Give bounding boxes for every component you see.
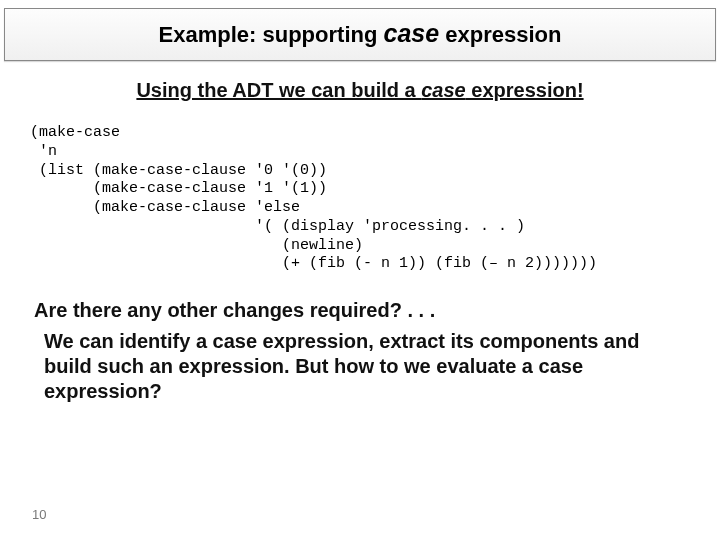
subtitle-keyword: case bbox=[421, 79, 466, 101]
title-post: expression bbox=[439, 22, 561, 47]
question-text: Are there any other changes required? . … bbox=[34, 298, 686, 323]
subtitle-pre: Using the ADT we can build a bbox=[136, 79, 421, 101]
answer-text: We can identify a case expression, extra… bbox=[44, 329, 686, 404]
code-block: (make-case 'n (list (make-case-clause '0… bbox=[30, 124, 720, 274]
subtitle-post: expression! bbox=[466, 79, 584, 101]
slide-title-bar: Example: supporting case expression bbox=[4, 8, 716, 61]
slide-subtitle: Using the ADT we can build a case expres… bbox=[0, 79, 720, 102]
page-number: 10 bbox=[32, 507, 46, 522]
slide-title: Example: supporting case expression bbox=[159, 22, 562, 47]
title-pre: Example: supporting bbox=[159, 22, 384, 47]
title-keyword: case bbox=[384, 19, 440, 47]
